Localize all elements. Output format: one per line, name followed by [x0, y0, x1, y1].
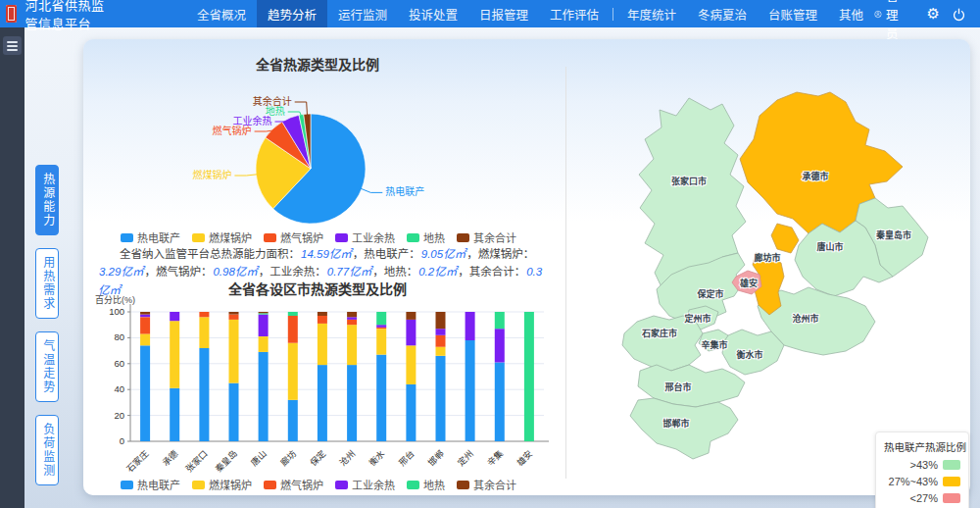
side-tab-group: 热源能力 用热需求 气温走势 负荷监测 [35, 165, 59, 485]
left-rail [0, 27, 24, 508]
legend-swatch [121, 233, 133, 242]
legend-label: 其余合计 [473, 477, 516, 492]
bar-segment [318, 365, 327, 441]
stats-value: 3.29亿㎡ [99, 266, 143, 278]
legend-item[interactable]: 热电联产 [121, 477, 180, 492]
pie-legend: 热电联产燃煤锅炉燃气锅炉工业余热地热其余合计 [83, 229, 554, 245]
bar-segment [406, 384, 416, 441]
nav-item-overview[interactable]: 全省概况 [186, 0, 257, 27]
bar-segment [376, 312, 386, 325]
nav-item-annual-stats[interactable]: 年度统计 [616, 0, 687, 27]
nav-item-work-evaluation[interactable]: 工作评估 [539, 0, 610, 27]
stats-label: ，燃气锅炉： [144, 266, 212, 278]
stats-value: 0.2亿㎡ [418, 266, 457, 278]
nav-item-complaint-handling[interactable]: 投诉处置 [398, 0, 468, 27]
legend-item[interactable]: 工业余热 [335, 229, 395, 245]
map-legend-row: >43% [884, 459, 960, 471]
bar-segment [229, 312, 239, 315]
legend-label: 热电联产 [137, 229, 180, 245]
x-category-label: 廊坊 [278, 448, 299, 469]
legend-item[interactable]: 其余合计 [457, 477, 516, 492]
nav-item-winter-summer[interactable]: 冬病夏治 [687, 0, 758, 27]
map-region-langfang-north[interactable] [771, 224, 799, 253]
bar-segment [406, 312, 416, 320]
stats-label: ，地热： [372, 266, 417, 278]
app-logo-seal [6, 5, 17, 23]
logout-power-icon[interactable] [952, 7, 966, 22]
legend-item[interactable]: 其余合计 [457, 229, 516, 245]
settings-gear-icon[interactable]: ⚙ [927, 7, 940, 22]
legend-item[interactable]: 地热 [407, 229, 445, 245]
map-region-shijiazhuang[interactable] [622, 316, 703, 371]
legend-label: 其余合计 [473, 229, 516, 245]
legend-item[interactable]: 燃气锅炉 [264, 229, 323, 245]
app-title: 河北省供热监管信息平台 [24, 0, 117, 32]
map-label-cangzhou: 沧州市 [792, 313, 818, 324]
column-divider [565, 67, 566, 479]
side-tab-temperature-trend[interactable]: 气温走势 [35, 331, 59, 402]
legend-label: 燃气锅炉 [280, 229, 323, 245]
map-legend-swatch [943, 477, 960, 486]
x-category-label: 秦皇岛 [213, 448, 239, 475]
bar-segment [347, 312, 357, 317]
legend-label: 热电联产 [137, 477, 180, 492]
bar-segment [259, 312, 269, 313]
bar-segment [140, 317, 150, 333]
stacked-bar-chart: 020406080100百分比(%)石家庄承德张家口秦皇岛唐山廊坊保定沧州衡水邢… [91, 292, 556, 475]
bar-segment [140, 315, 150, 318]
legend-label: 工业余热 [352, 477, 395, 492]
side-tab-heat-demand[interactable]: 用热需求 [35, 248, 59, 319]
side-tab-heat-source-capacity[interactable]: 热源能力 [35, 165, 59, 235]
legend-swatch [335, 481, 348, 489]
stats-label: ，工业余热： [259, 266, 326, 278]
bar-segment [318, 312, 327, 316]
bar-legend: 热电联产燃煤锅炉燃气锅炉工业余热地热其余合计 [83, 477, 554, 492]
legend-item[interactable]: 燃煤锅炉 [192, 229, 252, 245]
nav-item-ledger[interactable]: 台账管理 [758, 0, 828, 27]
bar-segment [436, 329, 446, 335]
nav-item-daily-report[interactable]: 日报管理 [468, 0, 539, 27]
map-legend: 热电联产热源比例 >43%27%~43%<27% [875, 432, 969, 508]
bar-segment [347, 320, 357, 325]
bar-segment [495, 363, 505, 442]
nav-item-operation-monitor[interactable]: 运行监测 [327, 0, 398, 27]
legend-item[interactable]: 燃气锅炉 [264, 477, 323, 492]
bar-segment [347, 365, 357, 441]
pie-label: 燃气锅炉 [213, 125, 252, 136]
user-area: 管理员 35 ⚙ [874, 0, 980, 42]
y-tick-label: 20 [114, 410, 124, 421]
user-menu[interactable]: 管理员 35 [874, 0, 906, 42]
pie-label: 热电联产 [385, 185, 424, 197]
bar-segment [466, 312, 475, 340]
nav-item-trend-analysis[interactable]: 趋势分析 [257, 0, 327, 27]
side-tab-load-monitor[interactable]: 负荷监测 [35, 415, 59, 485]
legend-item[interactable]: 热电联产 [121, 229, 180, 245]
bar-segment [436, 312, 446, 329]
legend-item[interactable]: 地热 [407, 477, 445, 492]
menu-toggle-button[interactable] [3, 36, 22, 55]
map-region-handan[interactable] [630, 398, 738, 459]
map-legend-label: <27% [910, 492, 938, 504]
pie-label-line [295, 102, 308, 116]
bar-segment [288, 343, 298, 400]
bar-segment [199, 317, 209, 348]
pie-chart-title: 全省热源类型及比例 [83, 54, 552, 74]
legend-swatch [192, 481, 205, 489]
map-label-dingzhou: 定州市 [683, 313, 710, 324]
pie-label: 燃煤锅炉 [192, 169, 231, 180]
legend-swatch [407, 233, 419, 242]
map-label-qinhuangdao: 秦皇岛市 [875, 229, 911, 240]
legend-item[interactable]: 燃煤锅炉 [192, 477, 252, 492]
legend-label: 工业余热 [352, 229, 395, 245]
bar-segment [229, 383, 239, 441]
map-label-handan: 邯郸市 [662, 418, 689, 429]
legend-item[interactable]: 工业余热 [335, 477, 395, 492]
nav-item-other[interactable]: 其他 [828, 0, 874, 27]
nav-divider [612, 8, 613, 21]
map-legend-swatch [943, 460, 960, 470]
legend-swatch [335, 233, 348, 242]
bar-segment [524, 312, 534, 441]
legend-swatch [457, 481, 469, 489]
stats-label: 全省纳入监管平台总热源能力面积： [120, 248, 300, 260]
x-category-label: 张家口 [183, 448, 210, 475]
